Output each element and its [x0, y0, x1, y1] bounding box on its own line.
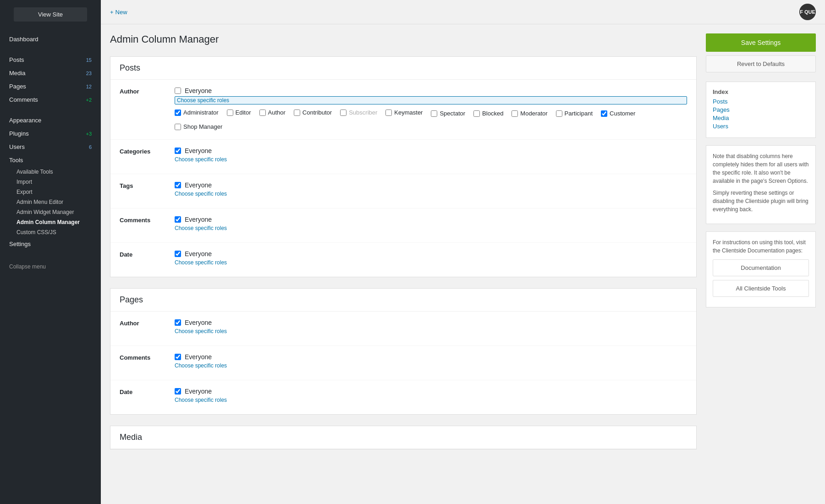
role-spectator-checkbox[interactable] — [431, 110, 437, 117]
posts-comments-choose-roles[interactable]: Choose specific roles — [175, 225, 687, 231]
media-section-title: Media — [110, 426, 696, 449]
posts-date-choose-roles[interactable]: Choose specific roles — [175, 259, 687, 266]
sidebar-item-import[interactable]: Import — [16, 177, 101, 187]
role-blocked-checkbox[interactable] — [473, 110, 480, 117]
pages-comments-label: Comments — [120, 353, 175, 361]
posts-author-options: Everyone Choose specific roles Administr… — [175, 87, 687, 132]
sidebar-item-admin-menu-editor[interactable]: Admin Menu Editor — [16, 197, 101, 207]
comments-badge: +2 — [86, 97, 92, 103]
posts-author-row: Author Everyone Choose specific roles Ad… — [110, 80, 696, 140]
doc-box: For instructions on using this tool, vis… — [706, 231, 816, 307]
sidebar-item-available-tools[interactable]: Available Tools — [16, 167, 101, 177]
all-clientside-tools-button[interactable]: All Clientside Tools — [713, 280, 809, 297]
right-sidebar: Save Settings Revert to Defaults Index P… — [706, 33, 816, 495]
save-settings-button[interactable]: Save Settings — [706, 33, 816, 52]
posts-comments-everyone-checkbox[interactable] — [175, 216, 181, 223]
role-customer-checkbox[interactable] — [601, 110, 607, 117]
role-moderator-checkbox[interactable] — [512, 110, 518, 117]
view-site-button[interactable]: View Site — [14, 7, 87, 22]
role-subscriber-checkbox[interactable] — [340, 110, 346, 116]
page-title: Admin Column Manager — [110, 33, 697, 45]
role-editor-checkbox[interactable] — [227, 110, 233, 116]
sidebar-item-export[interactable]: Export — [16, 187, 101, 197]
index-link-posts[interactable]: Posts — [713, 98, 809, 105]
role-customer: Customer — [601, 110, 635, 117]
sidebar-item-custom-css-js[interactable]: Custom CSS/JS — [16, 227, 101, 237]
pages-author-everyone-checkbox[interactable] — [175, 319, 181, 326]
posts-tags-everyone-checkbox[interactable] — [175, 182, 181, 188]
pages-author-options: Everyone Choose specific roles — [175, 319, 687, 338]
sidebar-item-admin-widget-manager[interactable]: Admin Widget Manager — [16, 207, 101, 217]
posts-author-label: Author — [120, 87, 175, 95]
role-contributor: Contributor — [294, 108, 332, 117]
posts-tags-choose-roles[interactable]: Choose specific roles — [175, 191, 687, 197]
role-administrator-checkbox[interactable] — [175, 110, 181, 116]
sidebar-item-media[interactable]: Media 23 — [0, 66, 101, 80]
index-link-users[interactable]: Users — [713, 123, 809, 130]
posts-comments-options: Everyone Choose specific roles — [175, 216, 687, 235]
posts-categories-everyone-checkbox[interactable] — [175, 148, 181, 154]
pages-comments-choose-roles[interactable]: Choose specific roles — [175, 362, 687, 369]
posts-date-label: Date — [120, 250, 175, 258]
posts-author-choose-roles[interactable]: Choose specific roles — [175, 96, 687, 104]
pages-date-options: Everyone Choose specific roles — [175, 388, 687, 407]
sidebar-item-admin-column-manager[interactable]: Admin Column Manager — [16, 217, 101, 227]
sidebar-item-pages[interactable]: Pages 12 — [0, 80, 101, 93]
role-moderator: Moderator — [512, 110, 547, 117]
revert-defaults-button[interactable]: Revert to Defaults — [706, 55, 816, 72]
sidebar-item-dashboard[interactable]: Dashboard — [0, 33, 101, 46]
sidebar-item-users[interactable]: Users 6 — [0, 140, 101, 153]
pages-comments-options: Everyone Choose specific roles — [175, 353, 687, 373]
sidebar-item-settings[interactable]: Settings — [0, 237, 101, 251]
role-subscriber: Subscriber — [340, 108, 377, 117]
role-author-checkbox[interactable] — [259, 110, 266, 116]
documentation-button[interactable]: Documentation — [713, 259, 809, 276]
role-shop-manager-checkbox[interactable] — [175, 124, 181, 130]
posts-categories-options: Everyone Choose specific roles — [175, 147, 687, 166]
users-badge: 6 — [89, 144, 92, 150]
pages-comments-everyone-checkbox[interactable] — [175, 354, 181, 360]
posts-author-everyone-checkbox[interactable] — [175, 88, 181, 94]
index-link-pages[interactable]: Pages — [713, 106, 809, 113]
role-author: Author — [259, 108, 286, 117]
collapse-menu[interactable]: Collapse menu — [0, 254, 101, 279]
posts-categories-everyone-label: Everyone — [185, 147, 212, 154]
pages-author-row: Author Everyone Choose specific roles — [110, 312, 696, 346]
posts-author-roles: Administrator Editor Author — [175, 108, 687, 132]
topbar: + New F QUE — [101, 0, 825, 24]
pages-comments-everyone-label: Everyone — [185, 353, 212, 361]
sidebar-item-posts[interactable]: Posts 15 — [0, 53, 101, 66]
role-keymaster-checkbox[interactable] — [385, 110, 392, 116]
sidebar-item-plugins[interactable]: Plugins +3 — [0, 127, 101, 140]
new-button[interactable]: + New — [110, 9, 127, 16]
sidebar-item-tools[interactable]: Tools — [0, 153, 101, 167]
posts-date-everyone-checkbox[interactable] — [175, 251, 181, 257]
sidebar-item-appearance[interactable]: Appearance — [0, 114, 101, 127]
pages-author-everyone-label: Everyone — [185, 319, 212, 326]
role-administrator: Administrator — [175, 108, 219, 117]
role-participant-checkbox[interactable] — [556, 110, 562, 117]
pages-date-choose-roles[interactable]: Choose specific roles — [175, 397, 687, 403]
posts-tags-options: Everyone Choose specific roles — [175, 181, 687, 201]
plus-icon: + — [110, 9, 114, 16]
pages-date-row: Date Everyone Choose specific roles — [110, 380, 696, 414]
posts-categories-choose-roles[interactable]: Choose specific roles — [175, 156, 687, 163]
role-participant: Participant — [556, 110, 593, 117]
tools-submenu: Available Tools Import Export Admin Menu… — [0, 167, 101, 237]
main-content: Admin Column Manager Posts Author Everyo… — [110, 33, 697, 495]
media-section: Media — [110, 426, 697, 449]
sidebar-item-comments[interactable]: Comments +2 — [0, 93, 101, 106]
pages-author-choose-roles[interactable]: Choose specific roles — [175, 328, 687, 334]
pages-author-label: Author — [120, 319, 175, 327]
posts-comments-everyone-label: Everyone — [185, 216, 212, 223]
main-area: + New F QUE Admin Column Manager Posts A… — [101, 0, 825, 504]
role-spectator: Spectator — [431, 110, 465, 117]
index-link-media[interactable]: Media — [713, 115, 809, 121]
pages-date-everyone-checkbox[interactable] — [175, 388, 181, 394]
posts-tags-label: Tags — [120, 181, 175, 189]
pages-comments-row: Comments Everyone Choose specific roles — [110, 346, 696, 380]
pages-date-everyone-label: Everyone — [185, 388, 212, 395]
role-contributor-checkbox[interactable] — [294, 110, 300, 116]
posts-tags-row: Tags Everyone Choose specific roles — [110, 174, 696, 208]
info-text-2: Simply reverting these settings or disab… — [713, 189, 809, 214]
